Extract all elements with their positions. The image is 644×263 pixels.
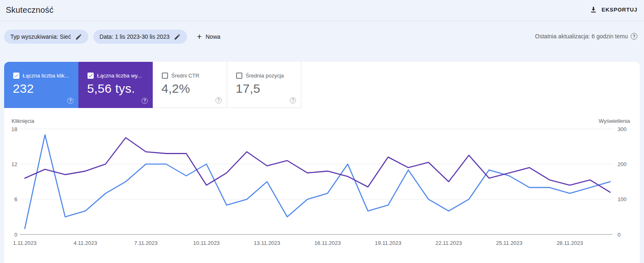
edit-pencil-icon <box>75 33 82 40</box>
svg-text:200: 200 <box>618 161 627 167</box>
metric-checkbox-impressions[interactable] <box>88 73 94 79</box>
metric-value-ctr: 4,2% <box>161 82 190 96</box>
svg-text:13.11.2023: 13.11.2023 <box>254 240 280 246</box>
metric-checkbox-position[interactable] <box>236 73 242 79</box>
svg-text:1.11.2023: 1.11.2023 <box>13 240 37 246</box>
performance-card: Kliknięcia Wyświetlenia 0612180100200300… <box>4 62 640 263</box>
metric-label-clicks: Łączna liczba klik... <box>23 73 69 79</box>
help-icon[interactable]: ? <box>631 33 637 40</box>
svg-text:4.11.2023: 4.11.2023 <box>73 240 97 246</box>
metric-label-impressions: Łączna liczba wy... <box>97 73 142 79</box>
svg-text:6: 6 <box>14 196 17 202</box>
svg-text:28.11.2023: 28.11.2023 <box>556 240 583 246</box>
svg-text:300: 300 <box>618 126 627 132</box>
last-update: Ostatnia aktualizacja: 6 godzin temu ? <box>535 33 637 40</box>
svg-text:16.11.2023: 16.11.2023 <box>314 240 341 246</box>
metric-tiles: Łączna liczba klik... 232 ? Łączna liczb… <box>4 62 301 108</box>
help-icon[interactable]: ? <box>290 97 296 103</box>
metric-label-ctr: Średni CTR <box>171 73 199 79</box>
help-icon[interactable]: ? <box>142 98 148 104</box>
header-divider <box>0 21 644 21</box>
svg-text:22.11.2023: 22.11.2023 <box>436 240 462 246</box>
check-icon <box>88 73 93 78</box>
svg-text:0: 0 <box>14 232 17 238</box>
metric-checkbox-clicks[interactable] <box>13 73 19 79</box>
svg-text:19.11.2023: 19.11.2023 <box>375 240 401 246</box>
metric-card-clicks[interactable]: Łączna liczba klik... 232 ? <box>4 62 78 108</box>
search-type-chip[interactable]: Typ wyszukiwania: Sieć <box>4 30 88 44</box>
svg-text:0: 0 <box>618 232 620 238</box>
metric-value-position: 17,5 <box>236 82 260 96</box>
search-type-chip-label: Typ wyszukiwania: Sieć <box>10 33 71 40</box>
last-update-text: Ostatnia aktualizacja: 6 godzin temu <box>535 33 628 40</box>
page-title: Skuteczność <box>6 5 54 15</box>
edit-pencil-icon <box>174 33 181 40</box>
metric-value-clicks: 232 <box>13 82 34 96</box>
add-filter-button[interactable]: + Nowa <box>197 33 220 41</box>
help-icon[interactable]: ? <box>67 98 73 104</box>
metric-label-position: Średnia pozycja <box>246 73 284 79</box>
svg-text:25.11.2023: 25.11.2023 <box>496 240 522 246</box>
date-range-chip-label: Data: 1 lis 2023-30 lis 2023 <box>99 33 170 40</box>
svg-text:7.11.2023: 7.11.2023 <box>134 240 158 246</box>
plus-icon: + <box>197 33 202 41</box>
filter-row: Typ wyszukiwania: Sieć Data: 1 lis 2023-… <box>4 30 220 44</box>
export-button[interactable]: EKSPORTUJ <box>590 6 637 14</box>
svg-text:100: 100 <box>618 196 627 202</box>
metric-card-position[interactable]: Średnia pozycja 17,5 ? <box>227 62 301 108</box>
metric-checkbox-ctr[interactable] <box>162 73 168 79</box>
svg-text:10.11.2023: 10.11.2023 <box>193 240 220 246</box>
export-label: EKSPORTUJ <box>601 7 637 13</box>
metric-card-impressions[interactable]: Łączna liczba wy... 5,56 tys. ? <box>78 62 153 108</box>
svg-text:18: 18 <box>12 126 17 132</box>
add-filter-label: Nowa <box>206 33 220 40</box>
check-icon <box>14 73 19 78</box>
download-icon <box>590 6 597 14</box>
metric-card-ctr[interactable]: Średni CTR 4,2% ? <box>153 62 227 108</box>
svg-text:12: 12 <box>12 161 17 167</box>
date-range-chip[interactable]: Data: 1 lis 2023-30 lis 2023 <box>93 30 187 44</box>
metric-value-impressions: 5,56 tys. <box>87 82 135 96</box>
help-icon[interactable]: ? <box>215 97 222 103</box>
